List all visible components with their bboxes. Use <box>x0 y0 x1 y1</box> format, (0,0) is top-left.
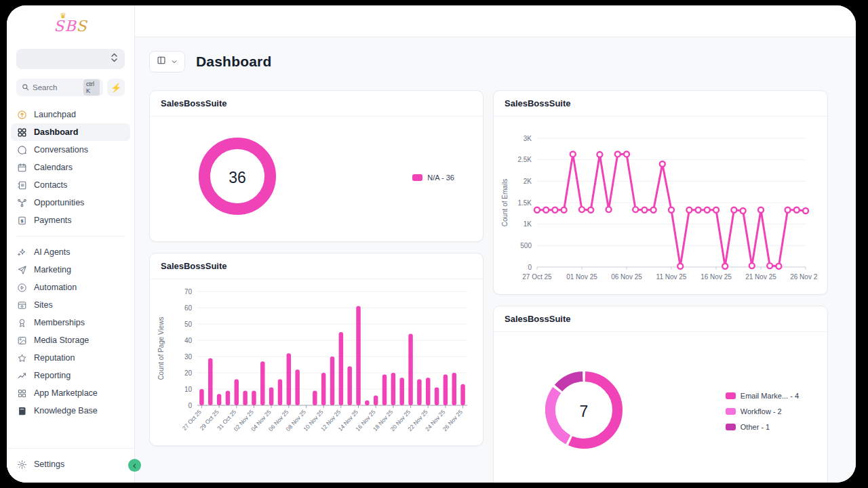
sidebar-item-label: Settings <box>34 460 64 469</box>
legend-item[interactable]: Email Marke... - 4 <box>726 392 799 400</box>
chevron-left-icon <box>132 460 138 472</box>
sidebar-item-opportunities[interactable]: Opportunities <box>11 194 130 211</box>
donut-center-value: 36 <box>199 138 276 218</box>
legend-label: N/A - 36 <box>427 174 454 182</box>
sidebar-item-knowledge-base[interactable]: Knowledge Base <box>11 402 130 420</box>
svg-text:16 Nov 25: 16 Nov 25 <box>701 273 732 281</box>
sidebar-item-automation[interactable]: Automation <box>11 279 130 296</box>
nav-primary: Launchpad Dashboard Conversations Calend… <box>7 106 134 229</box>
sidebar-item-label: Media Storage <box>34 336 89 345</box>
bar-chart-page-views[interactable]: 010203040506070Count of Page Views27 Oct… <box>154 283 478 446</box>
sidebar-item-launchpad[interactable]: Launchpad <box>11 106 130 123</box>
card-emails-line: SalesBossSuite 05001K1.5K2K2.5K3KCount o… <box>493 90 828 295</box>
svg-text:30: 30 <box>184 353 193 361</box>
svg-text:60: 60 <box>184 304 193 312</box>
svg-text:1K: 1K <box>524 220 532 228</box>
svg-text:3K: 3K <box>524 135 532 142</box>
chevron-down-icon <box>171 56 178 68</box>
svg-text:70: 70 <box>184 288 193 296</box>
svg-text:40: 40 <box>184 337 193 344</box>
sidebar-item-conversations[interactable]: Conversations <box>11 141 130 159</box>
svg-text:Count of Emails: Count of Emails <box>501 179 509 227</box>
sidebar-item-payments[interactable]: $ Payments <box>11 211 130 229</box>
chart-legend: N/A - 36 <box>412 174 454 182</box>
svg-text:50: 50 <box>184 321 193 328</box>
search-icon <box>22 81 29 94</box>
chat-bubble-icon <box>16 144 27 155</box>
sidebar-item-media-storage[interactable]: Media Storage <box>11 331 130 349</box>
sidebar-item-label: Calendars <box>34 163 73 172</box>
legend-item[interactable]: N/A - 36 <box>412 174 454 182</box>
sidebar-collapse-button[interactable] <box>128 459 141 472</box>
main-area: Dashboard SalesBossSuite 36 N/A - 36 <box>135 5 856 483</box>
browser-icon <box>16 300 27 310</box>
image-icon <box>16 335 27 346</box>
sidebar-item-settings[interactable]: Settings <box>11 455 130 473</box>
contacts-book-icon <box>16 180 27 190</box>
legend-label: Workflow - 2 <box>741 407 782 415</box>
svg-text:Count of Page Views: Count of Page Views <box>157 317 165 380</box>
quick-actions-button[interactable]: ⚡ <box>107 79 125 96</box>
legend-swatch <box>726 392 736 399</box>
calendar-icon <box>16 162 27 173</box>
legend-item[interactable]: Workflow - 2 <box>726 407 799 415</box>
sidebar-item-label: AI Agents <box>34 247 71 257</box>
search-field[interactable] <box>33 83 80 92</box>
workspace-selector[interactable] <box>16 49 125 69</box>
gear-icon <box>16 459 27 470</box>
sidebar-item-reporting[interactable]: Reporting <box>11 367 130 384</box>
payments-icon: $ <box>16 215 27 226</box>
nav-secondary: AI Agents Marketing Automation Sites Mem… <box>7 243 134 420</box>
content-area: Dashboard SalesBossSuite 36 N/A - 36 <box>135 37 856 483</box>
search-input[interactable]: ctrl K <box>16 79 103 96</box>
sidebar-item-ai-agents[interactable]: AI Agents <box>11 243 130 261</box>
top-bar <box>135 5 856 37</box>
svg-text:1.5K: 1.5K <box>517 199 532 207</box>
svg-text:06 Nov 25: 06 Nov 25 <box>611 273 642 281</box>
sidebar-item-contacts[interactable]: Contacts <box>11 176 130 194</box>
svg-text:2K: 2K <box>524 178 532 185</box>
sidebar-item-label: Dashboard <box>34 127 78 137</box>
legend-swatch <box>412 174 422 181</box>
svg-text:2.5K: 2.5K <box>517 156 532 163</box>
star-icon <box>16 352 27 363</box>
app-window: ♛ SBS ctrl K ⚡ Launchpad <box>7 5 856 483</box>
sidebar-item-calendars[interactable]: Calendars <box>11 159 130 176</box>
legend-swatch <box>726 424 736 430</box>
svg-text:21 Nov 25: 21 Nov 25 <box>745 273 776 281</box>
svg-text:01 Nov 25: 01 Nov 25 <box>566 273 597 281</box>
paper-plane-icon <box>16 264 27 275</box>
grid-icon <box>16 388 27 399</box>
logo-text-gold: S <box>77 18 87 35</box>
sidebar-item-label: Reputation <box>34 353 75 363</box>
sidebar-item-label: Sites <box>34 300 53 310</box>
divider <box>16 236 125 237</box>
search-shortcut-badge: ctrl K <box>83 79 100 96</box>
line-chart-emails[interactable]: 05001K1.5K2K2.5K3KCount of Emails27 Oct … <box>499 129 818 291</box>
card-title: SalesBossSuite <box>150 253 483 279</box>
legend-swatch <box>726 408 736 415</box>
sidebar-item-sites[interactable]: Sites <box>11 296 130 314</box>
sidebar-item-label: Memberships <box>34 318 85 327</box>
book-icon <box>16 405 27 416</box>
card-total-donut: SalesBossSuite 36 N/A - 36 <box>149 90 484 242</box>
trend-icon <box>16 370 27 381</box>
sidebar-item-reputation[interactable]: Reputation <box>11 349 130 367</box>
page-title: Dashboard <box>196 54 272 70</box>
dashboard-view-selector[interactable] <box>149 51 185 73</box>
play-circle-icon <box>16 282 27 293</box>
donut-center-value: 7 <box>545 371 623 451</box>
sidebar-item-marketing[interactable]: Marketing <box>11 261 130 279</box>
sidebar-item-label: Opportunities <box>34 198 84 207</box>
donut-chart-sources[interactable]: 7 <box>545 371 623 451</box>
sidebar-item-label: Reporting <box>34 371 71 380</box>
sidebar-item-dashboard[interactable]: Dashboard <box>11 123 130 141</box>
svg-text:0: 0 <box>188 402 192 409</box>
logo: ♛ SBS <box>7 18 134 42</box>
donut-chart-total[interactable]: 36 <box>199 138 276 218</box>
legend-item[interactable]: Other - 1 <box>726 423 799 431</box>
sidebar-item-label: Automation <box>34 283 77 292</box>
crown-icon: ♛ <box>60 12 66 20</box>
sidebar-item-memberships[interactable]: Memberships <box>11 314 130 331</box>
sidebar-item-app-marketplace[interactable]: App Marketplace <box>11 384 130 402</box>
